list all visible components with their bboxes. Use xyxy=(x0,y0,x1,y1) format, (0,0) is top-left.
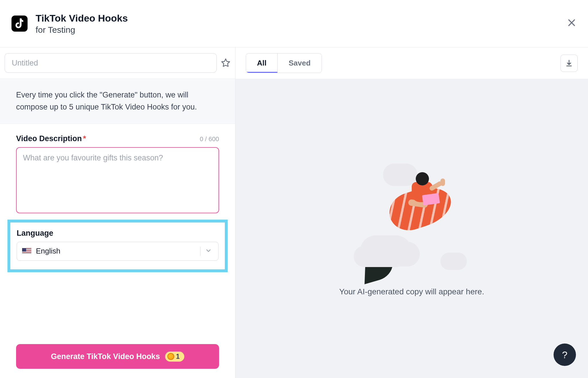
generate-button-label: Generate TikTok Video Hooks xyxy=(51,352,160,361)
language-section: Language English xyxy=(7,220,228,272)
language-label: Language xyxy=(17,229,218,238)
results-empty-state: Your AI-generated copy will appear here. xyxy=(235,79,588,378)
page-title: TikTok Video Hooks xyxy=(36,12,128,24)
cost-badge: 1 xyxy=(165,352,184,362)
language-select[interactable]: English xyxy=(17,242,218,261)
left-panel: Every time you click the "Generate" butt… xyxy=(0,47,235,378)
cost-value: 1 xyxy=(176,353,180,360)
char-counter: 0 / 600 xyxy=(200,135,219,143)
help-button[interactable]: ? xyxy=(554,344,576,366)
generate-button[interactable]: Generate TikTok Video Hooks 1 xyxy=(16,344,219,369)
page-header: TikTok Video Hooks for Testing xyxy=(0,0,588,47)
right-panel: All Saved xyxy=(235,47,588,378)
video-description-label: Video Description xyxy=(16,134,82,143)
results-tabs: All Saved xyxy=(246,53,322,73)
close-button[interactable] xyxy=(567,18,577,29)
document-title-input[interactable] xyxy=(5,53,217,73)
page-subtitle: for Testing xyxy=(36,25,128,35)
usa-flag-icon xyxy=(22,248,31,254)
rocket-illustration xyxy=(349,161,475,270)
video-description-textarea[interactable] xyxy=(16,147,219,213)
instruction-banner: Every time you click the "Generate" butt… xyxy=(0,78,235,124)
coin-icon xyxy=(167,353,174,360)
tiktok-icon xyxy=(11,16,28,32)
favorite-star-icon[interactable] xyxy=(221,58,231,68)
download-button[interactable] xyxy=(560,55,578,72)
tab-all[interactable]: All xyxy=(246,53,277,73)
chevron-down-icon xyxy=(205,247,212,255)
empty-state-text: Your AI-generated copy will appear here. xyxy=(339,287,484,296)
required-star: * xyxy=(83,134,86,143)
tab-saved[interactable]: Saved xyxy=(277,53,322,73)
help-icon: ? xyxy=(562,349,568,360)
language-value: English xyxy=(36,247,60,256)
